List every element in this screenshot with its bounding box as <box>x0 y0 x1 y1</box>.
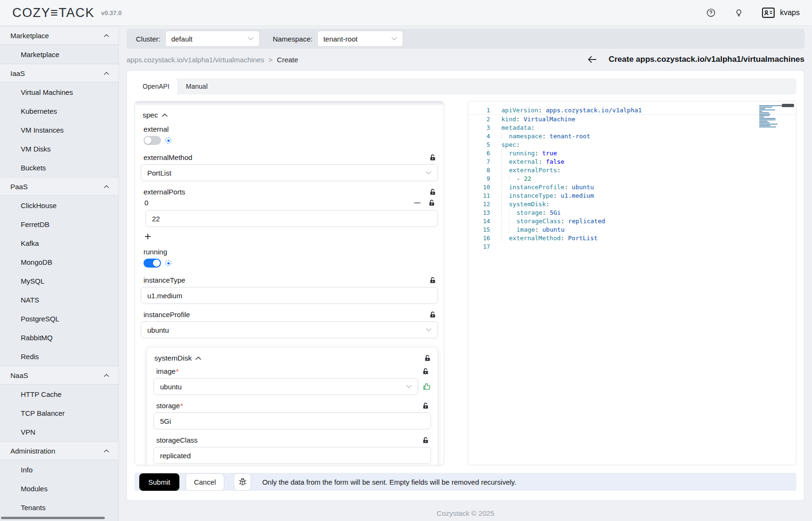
chevron-up-icon <box>104 185 109 188</box>
remove-item-icon[interactable] <box>414 199 421 207</box>
add-item-button[interactable]: + <box>144 231 154 242</box>
sidebar-item-buckets[interactable]: Buckets <box>0 158 118 177</box>
line-number: 4 <box>468 133 490 140</box>
sidebar-item-tenants[interactable]: Tenants <box>0 498 118 517</box>
external-toggle[interactable] <box>144 136 161 145</box>
running-toggle[interactable] <box>144 259 161 268</box>
line-number: 8 <box>468 167 490 174</box>
sidebar-item-ferretdb[interactable]: FerretDB <box>0 215 118 234</box>
sidebar-item-nats[interactable]: NATS <box>0 290 118 309</box>
field-label: externalPorts <box>144 188 185 196</box>
line-number: 9 <box>468 175 490 182</box>
bug-icon <box>238 478 247 486</box>
sidebar-scrollbar[interactable] <box>1 517 105 519</box>
minimap-line <box>759 124 778 125</box>
sidebar-item-info[interactable]: Info <box>0 460 118 479</box>
unlock-icon[interactable] <box>422 368 429 375</box>
sidebar-section-label: PaaS <box>10 183 28 191</box>
sidebar-item-http-cache[interactable]: HTTP Cache <box>0 385 118 403</box>
editor-scrollbar-thumb[interactable] <box>782 104 794 107</box>
minimap-line <box>759 109 775 110</box>
yaml-editor[interactable]: 1apiVersion: apps.cozystack.io/v1alpha12… <box>468 101 796 465</box>
sidebar-item-marketplace[interactable]: Marketplace <box>0 45 118 64</box>
form-action-bar: Submit Cancel Only the data from the for… <box>135 473 796 491</box>
sidebar-item-postgresql[interactable]: PostgreSQL <box>0 309 118 328</box>
instanceProfile-select[interactable]: ubuntu <box>141 321 438 338</box>
image-select[interactable]: ubuntu <box>153 378 418 395</box>
cluster-select[interactable]: default <box>165 31 260 47</box>
tab-openapi[interactable]: OpenAPI <box>135 78 178 94</box>
namespace-label: Namespace: <box>273 35 313 43</box>
tab-manual[interactable]: Manual <box>178 78 216 94</box>
chevron-up-icon <box>104 34 109 37</box>
code-line: 9- 22 <box>468 174 796 183</box>
sidebar-item-kafka[interactable]: Kafka <box>0 234 118 252</box>
editor-minimap[interactable] <box>759 105 786 129</box>
cluster-label: Cluster: <box>136 35 161 43</box>
sidebar-item-modules[interactable]: Modules <box>0 479 118 498</box>
indent-guide <box>501 158 509 165</box>
sidebar-section-marketplace[interactable]: Marketplace <box>0 26 118 45</box>
externalPorts-0-input[interactable]: 22 <box>145 210 438 227</box>
unlock-icon[interactable] <box>429 154 436 161</box>
chevron-down-icon <box>391 37 397 41</box>
default-value-indicator-icon[interactable] <box>165 260 171 266</box>
sidebar-section-label: IaaS <box>10 69 25 77</box>
field-storage: storage * 5Gi <box>153 402 431 429</box>
sidebar-section-naas[interactable]: NaaS <box>0 366 118 385</box>
externalMethod-select[interactable]: PortList <box>141 164 438 181</box>
sidebar-item-tcp-balancer[interactable]: TCP Balancer <box>0 403 118 422</box>
theme-bulb-icon[interactable] <box>735 8 743 17</box>
field-storageClass: storageClass replicated <box>153 436 431 464</box>
required-mark: * <box>180 402 183 410</box>
sidebar-item-mysql[interactable]: MySQL <box>0 271 118 290</box>
id-card-icon <box>762 8 775 18</box>
user-menu[interactable]: kvaps <box>762 8 800 18</box>
breadcrumb-path-link[interactable]: apps.cozystack.io/v1alpha1/virtualmachin… <box>127 56 264 64</box>
sidebar-item-clickhouse[interactable]: ClickHouse <box>0 196 118 215</box>
unlock-icon[interactable] <box>422 437 429 444</box>
sidebar-item-vm-instances[interactable]: VM Instances <box>0 120 118 139</box>
storage-input[interactable]: 5Gi <box>153 412 431 429</box>
line-number: 7 <box>468 158 490 165</box>
back-arrow-icon[interactable] <box>587 55 597 64</box>
sidebar-item-kubernetes[interactable]: Kubernetes <box>0 101 118 120</box>
unlock-icon[interactable] <box>429 188 436 196</box>
sidebar-section-iaas[interactable]: IaaS <box>0 64 118 83</box>
code-line: 7external: false <box>468 157 796 166</box>
sidebar-section-administration[interactable]: Administration <box>0 441 118 460</box>
default-value-indicator-icon[interactable] <box>165 137 171 143</box>
sidebar-item-mongodb[interactable]: MongoDB <box>0 252 118 271</box>
unlock-icon[interactable] <box>422 402 429 410</box>
line-number: 11 <box>468 192 490 199</box>
cancel-button[interactable]: Cancel <box>186 473 225 491</box>
chevron-down-icon <box>406 385 412 388</box>
app-header: COZY≡TACK v0.37.0 kvaps <box>0 0 812 26</box>
chevron-up-icon <box>104 72 109 75</box>
code-line: 3metadata: <box>468 123 796 132</box>
unlock-icon[interactable] <box>424 354 431 362</box>
chevron-up-icon <box>195 356 201 360</box>
sidebar-item-redis[interactable]: Redis <box>0 347 118 366</box>
namespace-select[interactable]: tenant-root <box>317 31 403 47</box>
sidebar-section-label: NaaS <box>10 371 28 379</box>
unlock-icon[interactable] <box>429 311 436 319</box>
line-number: 15 <box>468 226 490 233</box>
debug-button[interactable] <box>234 473 251 491</box>
minimap-line <box>759 125 770 126</box>
indent-guide <box>509 218 516 225</box>
sidebar-item-vpn[interactable]: VPN <box>0 422 118 441</box>
sidebar-item-virtual-machines[interactable]: Virtual Machines <box>0 83 118 101</box>
code-line: 8externalPorts: <box>468 166 796 174</box>
sidebar-item-rabbitmq[interactable]: RabbitMQ <box>0 328 118 347</box>
spec-section-header[interactable]: spec <box>143 111 438 119</box>
unlock-icon[interactable] <box>428 199 435 207</box>
storageClass-input[interactable]: replicated <box>153 447 431 464</box>
submit-button[interactable]: Submit <box>139 473 179 491</box>
help-icon[interactable] <box>706 8 716 17</box>
systemDisk-section-header[interactable]: systemDisk <box>154 354 431 362</box>
sidebar-item-vm-disks[interactable]: VM Disks <box>0 139 118 158</box>
instanceType-input[interactable]: u1.medium <box>141 287 438 304</box>
sidebar-section-paas[interactable]: PaaS <box>0 177 118 196</box>
unlock-icon[interactable] <box>429 277 436 284</box>
